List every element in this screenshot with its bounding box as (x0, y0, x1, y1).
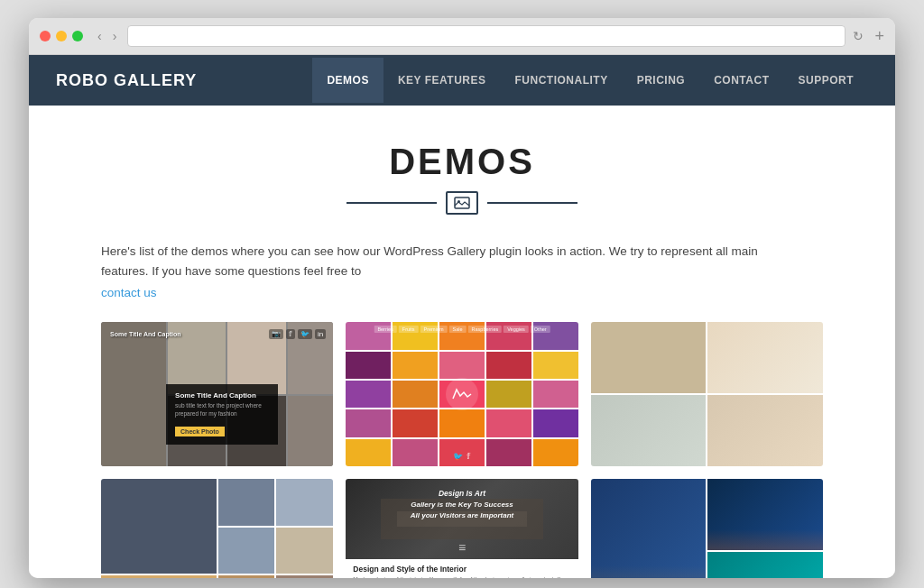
gallery1-check-btn[interactable]: Check Photo (175, 427, 225, 436)
site-logo: ROBO GALLERY (56, 71, 312, 90)
gallery1-social: 📷 𝕗 🐦 in (269, 329, 326, 339)
nav-link-key-features[interactable]: KEY FEATURES (383, 58, 501, 103)
demo-card-3[interactable] (591, 322, 823, 466)
page-title-section: DEMOS (101, 142, 823, 215)
nav-item-key-features[interactable]: KEY FEATURES (383, 58, 501, 103)
contact-link[interactable]: contact us (101, 286, 157, 299)
nav-link-contact[interactable]: CONTACT (699, 58, 783, 103)
nav-link-pricing[interactable]: PRICING (623, 58, 700, 103)
minimize-button[interactable] (56, 31, 67, 41)
nav-links: DEMOS KEY FEATURES FUNCTIONALITY PRICING… (312, 58, 868, 103)
nav-item-functionality[interactable]: FUNCTIONALITY (501, 58, 623, 103)
gallery1-caption: Some Title And Caption (110, 331, 181, 337)
nav-item-contact[interactable]: CONTACT (699, 58, 783, 103)
back-button[interactable]: ‹ (94, 27, 106, 45)
gallery-2-preview: Berries Fruits Premium Sale Raspberries … (346, 322, 578, 466)
browser-nav: ‹ › (94, 27, 120, 45)
forward-button[interactable]: › (109, 27, 121, 45)
gallery2-social: 🐦 𝕗 (453, 452, 470, 461)
address-bar[interactable] (127, 25, 845, 47)
demo-card-4[interactable] (101, 479, 333, 578)
browser-titlebar: ‹ › ↻ + (29, 18, 895, 55)
gallery5-post-body: Modern design of the interior like a por… (353, 575, 570, 578)
gallery5-post-title: Design and Style of the Interior (353, 565, 570, 574)
gallery-3-preview (591, 322, 823, 466)
window-controls (40, 31, 83, 41)
nav-link-support[interactable]: SUPPORT (783, 58, 868, 103)
demos-grid: Some Title And Caption 📷 𝕗 🐦 in Some Tit… (101, 322, 823, 578)
title-divider (101, 191, 823, 215)
page-description: Here's list of the demos where you can s… (101, 242, 778, 280)
gallery2-center-icon (446, 378, 478, 410)
gallery-6-preview: v (591, 479, 823, 578)
maximize-button[interactable] (72, 31, 83, 41)
divider-line-left (346, 202, 437, 204)
refresh-button[interactable]: ↻ (853, 29, 864, 43)
gallery-5-preview: Design Is Art Gallery is the Key To Succ… (346, 479, 578, 578)
gallery2-tags: Berries Fruits Premium Sale Raspberries … (352, 326, 572, 333)
nav-link-functionality[interactable]: FUNCTIONALITY (501, 58, 623, 103)
gallery1-overlay: Some Title And Caption sub title text fo… (166, 384, 278, 445)
gallery-1-preview: Some Title And Caption 📷 𝕗 🐦 in Some Tit… (101, 322, 333, 466)
divider-line-right (487, 202, 578, 204)
gallery-icon (446, 191, 478, 215)
demo-card-5[interactable]: Design Is Art Gallery is the Key To Succ… (346, 479, 578, 578)
nav-link-demos[interactable]: DEMOS (312, 58, 383, 103)
nav-item-support[interactable]: SUPPORT (783, 58, 868, 103)
page-title: DEMOS (101, 142, 823, 182)
new-tab-button[interactable]: + (874, 27, 884, 46)
demo-card-6[interactable]: v (591, 479, 823, 578)
demo-card-2[interactable]: Berries Fruits Premium Sale Raspberries … (346, 322, 578, 466)
site-navigation: ROBO GALLERY DEMOS KEY FEATURES FUNCTION… (29, 55, 895, 106)
nav-item-pricing[interactable]: PRICING (623, 58, 700, 103)
close-button[interactable] (40, 31, 51, 41)
browser-window: ‹ › ↻ + ROBO GALLERY DEMOS KEY FEATURES … (29, 18, 895, 578)
demo-card-1[interactable]: Some Title And Caption 📷 𝕗 🐦 in Some Tit… (101, 322, 333, 466)
website-content: ROBO GALLERY DEMOS KEY FEATURES FUNCTION… (29, 55, 895, 578)
gallery-4-preview (101, 479, 333, 578)
nav-item-demos[interactable]: DEMOS (312, 58, 383, 103)
page-content: DEMOS Here's list of the demos where you… (29, 106, 895, 578)
